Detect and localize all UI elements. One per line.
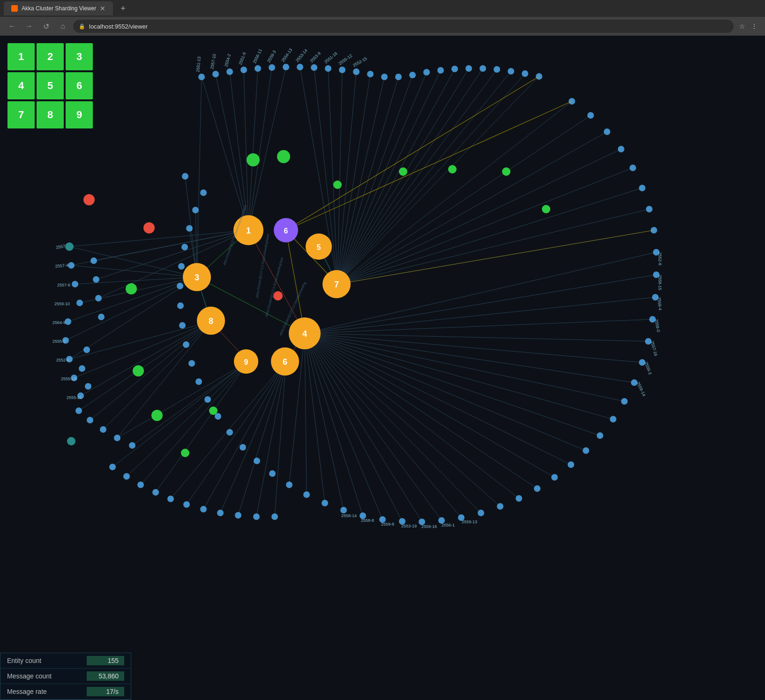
- url-text: localhost:9552/viewer: [89, 23, 148, 30]
- svg-point-265: [209, 406, 218, 415]
- svg-text:2557-6: 2557-6: [57, 283, 70, 287]
- message-rate-label: Message rate: [7, 688, 47, 695]
- svg-point-255: [277, 150, 290, 163]
- svg-point-89: [79, 365, 85, 372]
- svg-text:9: 9: [244, 358, 248, 366]
- svg-text:2552-8: 2552-8: [658, 252, 662, 265]
- svg-text:6: 6: [283, 357, 287, 367]
- lock-icon: 🔒: [79, 23, 85, 30]
- svg-text:4: 4: [302, 329, 307, 339]
- svg-point-74: [181, 244, 188, 250]
- svg-text:2555-21: 2555-21: [67, 395, 82, 400]
- home-button[interactable]: ⌂: [56, 20, 69, 33]
- address-bar[interactable]: 🔒 localhost:9552/viewer: [73, 20, 734, 33]
- nav-icons-right: ☆ ⋮: [737, 21, 759, 32]
- svg-text:2552-9: 2552-9: [56, 358, 69, 362]
- grid-cell-9: 9: [66, 101, 93, 128]
- refresh-button[interactable]: ↺: [39, 20, 52, 33]
- svg-text:6: 6: [284, 227, 288, 235]
- grid-cell-2: 2: [37, 43, 64, 70]
- svg-text:2559-10: 2559-10: [54, 301, 70, 306]
- back-button[interactable]: ←: [6, 20, 19, 33]
- svg-point-254: [247, 153, 260, 166]
- svg-text:2558-15: 2558-15: [658, 275, 662, 290]
- message-rate-value: 17/s: [87, 687, 124, 696]
- svg-point-257: [399, 167, 407, 176]
- entity-count-label: Entity count: [7, 657, 41, 664]
- svg-text:2559-13: 2559-13: [462, 519, 477, 524]
- browser-titlebar: Akka Cluster Sharding Viewer ✕ +: [0, 0, 765, 17]
- grid-cell-5: 5: [37, 72, 64, 99]
- svg-text:2555-19: 2555-19: [61, 376, 76, 381]
- grid-cell-8: 8: [37, 101, 64, 128]
- svg-point-258: [448, 165, 457, 173]
- forward-button[interactable]: →: [22, 20, 36, 33]
- svg-text:3: 3: [195, 273, 199, 282]
- svg-point-73: [178, 263, 185, 270]
- svg-text:2558-14: 2558-14: [341, 513, 357, 518]
- svg-point-266: [65, 242, 74, 251]
- svg-point-264: [181, 449, 189, 457]
- grid-cell-7: 7: [8, 101, 35, 128]
- bookmark-icon[interactable]: ☆: [737, 21, 747, 32]
- svg-text:8: 8: [209, 316, 213, 326]
- svg-point-88: [83, 346, 90, 353]
- new-tab-button[interactable]: +: [117, 2, 129, 15]
- svg-point-71: [177, 302, 184, 309]
- browser-chrome: Akka Cluster Sharding Viewer ✕ + ← → ↺ ⌂…: [0, 0, 765, 36]
- svg-point-261: [126, 283, 137, 294]
- svg-point-259: [502, 167, 510, 176]
- message-rate-row: Message rate 17/s: [0, 684, 131, 700]
- content-area: 2551-13 2557-10 2554-2 2551-6 2556-11 25…: [0, 36, 765, 700]
- entity-count-value: 155: [87, 656, 124, 665]
- svg-point-94: [98, 314, 105, 320]
- svg-point-268: [83, 194, 95, 205]
- grid-cell-6: 6: [66, 72, 93, 99]
- grid-cell-3: 3: [66, 43, 93, 70]
- svg-point-68: [188, 360, 195, 367]
- svg-point-61: [269, 470, 276, 477]
- svg-text:2556-1: 2556-1: [442, 523, 455, 527]
- svg-point-260: [542, 205, 550, 213]
- svg-point-90: [85, 383, 91, 390]
- message-count-value: 53,860: [87, 671, 124, 681]
- svg-point-67: [195, 378, 202, 385]
- svg-text:2564-9: 2564-9: [52, 320, 66, 325]
- svg-text:2558-8: 2558-8: [361, 518, 374, 523]
- svg-point-269: [143, 222, 155, 233]
- svg-point-64: [226, 429, 233, 436]
- svg-text:2555-2: 2555-2: [52, 339, 66, 344]
- tab-favicon: [11, 5, 18, 12]
- svg-text:5: 5: [317, 243, 321, 251]
- svg-point-69: [183, 341, 189, 348]
- svg-point-62: [254, 458, 260, 464]
- svg-text:7: 7: [334, 280, 339, 289]
- svg-text:1: 1: [246, 226, 251, 235]
- stats-panel: Entity count 155 Message count 53,860 Me…: [0, 653, 131, 700]
- grid-cell-1: 1: [8, 43, 35, 70]
- entity-count-row: Entity count 155: [0, 653, 131, 669]
- network-visualization: 2551-13 2557-10 2554-2 2551-6 2556-11 25…: [0, 36, 765, 700]
- svg-point-267: [67, 437, 75, 445]
- tab-close-button[interactable]: ✕: [100, 5, 105, 12]
- svg-text:2559-8: 2559-8: [381, 522, 394, 527]
- browser-tab[interactable]: Akka Cluster Sharding Viewer ✕: [4, 1, 113, 15]
- svg-point-70: [179, 322, 186, 329]
- svg-text:2553-19: 2553-19: [401, 524, 417, 528]
- svg-point-256: [333, 181, 342, 189]
- svg-point-66: [204, 396, 211, 403]
- svg-point-77: [200, 189, 207, 196]
- browser-nav: ← → ↺ ⌂ 🔒 localhost:9552/viewer ☆ ⋮: [0, 17, 765, 36]
- svg-point-262: [133, 365, 144, 376]
- svg-text:2559-16: 2559-16: [421, 524, 437, 529]
- extensions-icon[interactable]: ⋮: [749, 21, 759, 32]
- sharding-grid: 1 2 3 4 5 6 7 8 9: [8, 43, 93, 128]
- tab-title: Akka Cluster Sharding Viewer: [22, 5, 96, 12]
- svg-point-263: [151, 410, 163, 421]
- svg-point-270: [273, 291, 283, 301]
- message-count-label: Message count: [7, 672, 52, 680]
- message-count-row: Message count 53,860: [0, 669, 131, 684]
- grid-cell-4: 4: [8, 72, 35, 99]
- svg-point-63: [240, 444, 246, 451]
